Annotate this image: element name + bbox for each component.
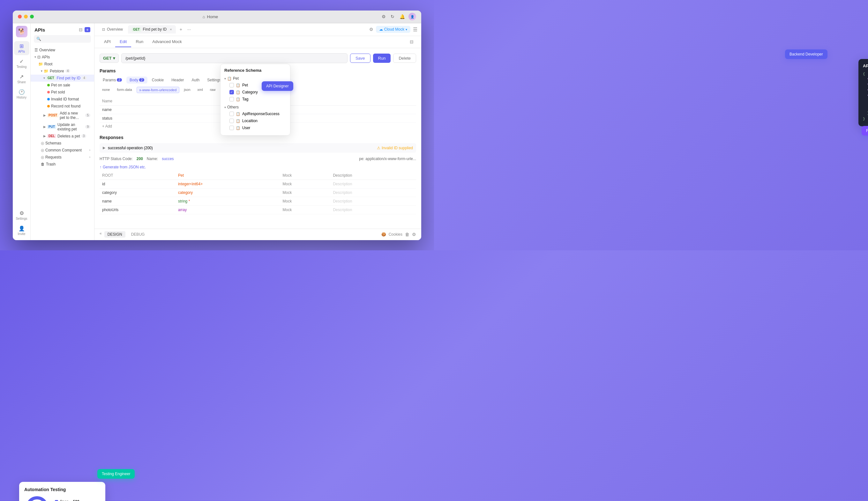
- requests-label: Requests: [45, 155, 62, 159]
- tab-advanced-mock[interactable]: Advanced Mock: [148, 37, 186, 47]
- tree-common-component[interactable]: ◎ Common Component ›: [31, 147, 94, 154]
- minimize-button[interactable]: [24, 15, 28, 19]
- resp-name-mock[interactable]: Mock: [280, 197, 331, 205]
- tab-overview[interactable]: ⊡ Overview: [98, 25, 127, 33]
- tree-root[interactable]: 📁 Root: [31, 61, 94, 67]
- add-button[interactable]: +: [85, 27, 90, 32]
- tree-invalid-id[interactable]: Invalid ID format: [31, 96, 94, 103]
- trash-bottom-icon[interactable]: 🗑: [405, 232, 409, 237]
- user-avatar[interactable]: 👤: [408, 13, 416, 20]
- resp-id-mock[interactable]: Mock: [280, 180, 331, 188]
- tree-petstore[interactable]: ▾ 📁 Petstore 4: [31, 67, 94, 75]
- generate-json-button[interactable]: ↑ Generate from JSON etc.: [100, 163, 416, 171]
- tree-pet-sold[interactable]: Pet sold: [31, 89, 94, 96]
- save-button[interactable]: Save: [350, 54, 370, 63]
- tree-requests[interactable]: ◎ Requests ›: [31, 154, 94, 161]
- body-tab-none[interactable]: none: [100, 87, 112, 93]
- sidebar-item-invite[interactable]: 👤 Invite: [14, 224, 29, 237]
- resp-id-field: id: [100, 180, 176, 188]
- others-group-expand[interactable]: ▾: [224, 106, 226, 109]
- sidebar-item-settings[interactable]: ⚙ Settings: [14, 208, 29, 222]
- cloud-icon: ☁: [379, 27, 383, 32]
- filter-icon[interactable]: ⊟: [79, 27, 83, 32]
- url-input[interactable]: [121, 53, 347, 63]
- resp-id-desc[interactable]: Description: [330, 180, 416, 188]
- tree-trash[interactable]: 🗑 Trash: [31, 161, 94, 168]
- resp-photourls-desc[interactable]: Description: [330, 205, 416, 214]
- tag-check[interactable]: [229, 97, 234, 102]
- run-button[interactable]: Run: [373, 54, 391, 63]
- tab-api[interactable]: API: [100, 37, 115, 47]
- api-designer-tooltip: API Designer: [262, 81, 293, 91]
- body-tab-raw[interactable]: raw: [207, 87, 218, 93]
- resp-category-desc[interactable]: Description: [330, 188, 416, 197]
- schema-item-tag[interactable]: 📋 Tag: [224, 96, 286, 103]
- app-body: 🐕 ⊞ APIs ✓ Testing ↗ Share 🕐 History ⚙ S…: [13, 23, 421, 240]
- apiresponse-check[interactable]: [229, 111, 234, 116]
- resp-photourls-mock[interactable]: Mock: [280, 205, 331, 214]
- body-tab-formdata[interactable]: form-data: [114, 87, 134, 93]
- response-expand[interactable]: ▶: [103, 146, 105, 150]
- menu-icon[interactable]: ☰: [413, 26, 417, 33]
- tab-edit[interactable]: Edit: [115, 37, 131, 47]
- cookies-label[interactable]: Cookies: [389, 232, 402, 237]
- param-tab-body[interactable]: Body 2: [126, 76, 147, 84]
- tab-get-find-pet[interactable]: GET Find pet by ID ×: [128, 25, 176, 33]
- bell-icon[interactable]: 🔔: [399, 14, 405, 19]
- tree-record-not-found[interactable]: Record not found: [31, 103, 94, 110]
- gen-label: Generate from JSON etc.: [103, 165, 146, 169]
- tree-schemas[interactable]: ◎ Schemas: [31, 140, 94, 147]
- pet-check[interactable]: [229, 83, 234, 87]
- body-tab-json[interactable]: json: [181, 87, 193, 93]
- schema-item-apiresponse[interactable]: 📋 ApiResponseSuccess: [224, 110, 286, 117]
- body-tab-urlencoded[interactable]: x-www-form-urlencoded: [137, 87, 180, 93]
- debug-tab[interactable]: DEBUG: [128, 231, 148, 237]
- param-tab-auth[interactable]: Auth: [189, 76, 203, 84]
- resp-row-name: name string * Mock Description: [100, 197, 416, 205]
- param-tab-header[interactable]: Header: [168, 76, 187, 84]
- param-tab-params[interactable]: Params 2: [100, 76, 125, 84]
- tab-close-icon[interactable]: ×: [170, 28, 172, 31]
- fullscreen-button[interactable]: [30, 15, 34, 19]
- param-tab-cookie[interactable]: Cookie: [149, 76, 167, 84]
- category-check[interactable]: ✓: [229, 90, 234, 94]
- method-selector[interactable]: GET ▾: [100, 54, 119, 63]
- layout-icon[interactable]: ⊟: [407, 37, 416, 47]
- sidebar-item-history[interactable]: 🕐 History: [14, 87, 29, 101]
- history-label: History: [17, 96, 27, 99]
- tree-update-pet[interactable]: ▶ PUT Update an existing pet 9: [31, 121, 94, 133]
- tree-find-pet[interactable]: ▾ GET Find pet by ID 4: [31, 75, 94, 82]
- resp-col-pet: Pet: [176, 171, 280, 180]
- design-tab[interactable]: DESIGN: [104, 231, 125, 237]
- tab-run[interactable]: Run: [131, 37, 148, 47]
- sidebar-item-testing[interactable]: ✓ Testing: [14, 56, 29, 71]
- sidebar-item-share[interactable]: ↗ Share: [14, 72, 29, 86]
- schema-item-user[interactable]: 📋 User: [224, 124, 286, 131]
- search-input[interactable]: [42, 37, 90, 41]
- user-check[interactable]: [229, 126, 234, 130]
- prev-arrow[interactable]: «: [100, 231, 102, 237]
- tree-overview[interactable]: ☰ Overview: [31, 46, 94, 54]
- resp-category-mock[interactable]: Mock: [280, 188, 331, 197]
- tree-apis[interactable]: ▾ ⊡ APIs: [31, 54, 94, 61]
- add-tab-button[interactable]: +: [177, 25, 185, 33]
- location-check[interactable]: [229, 119, 234, 123]
- tree-add-pet[interactable]: ▶ POST Add a new pet to the... 5: [31, 110, 94, 121]
- body-tab-xml[interactable]: xml: [195, 87, 206, 93]
- settings-tab-icon[interactable]: ⚙: [369, 27, 373, 32]
- tree-delete-pet[interactable]: ▶ DEL Deletes a pet 3: [31, 133, 94, 140]
- ref-schema-title: Reference Schema: [224, 68, 286, 73]
- close-button[interactable]: [18, 15, 22, 19]
- pet-group-expand[interactable]: ▾: [224, 77, 226, 81]
- sync-icon[interactable]: ↻: [390, 14, 396, 19]
- apis-tree-label: APIs: [42, 55, 50, 59]
- resp-name-desc[interactable]: Description: [330, 197, 416, 205]
- settings-bottom-icon[interactable]: ⚙: [412, 232, 416, 237]
- schema-item-location[interactable]: 📋 Localtion: [224, 117, 286, 124]
- tree-pet-on-sale[interactable]: Pet on sale: [31, 82, 94, 89]
- more-tabs-button[interactable]: ···: [187, 27, 191, 32]
- settings-icon[interactable]: ⚙: [381, 14, 387, 19]
- delete-button[interactable]: Delete: [393, 54, 416, 63]
- cloud-mock-button[interactable]: ☁ Cloud Mock ▾: [376, 26, 410, 33]
- sidebar-item-apis[interactable]: ⊞ APIs: [14, 41, 29, 55]
